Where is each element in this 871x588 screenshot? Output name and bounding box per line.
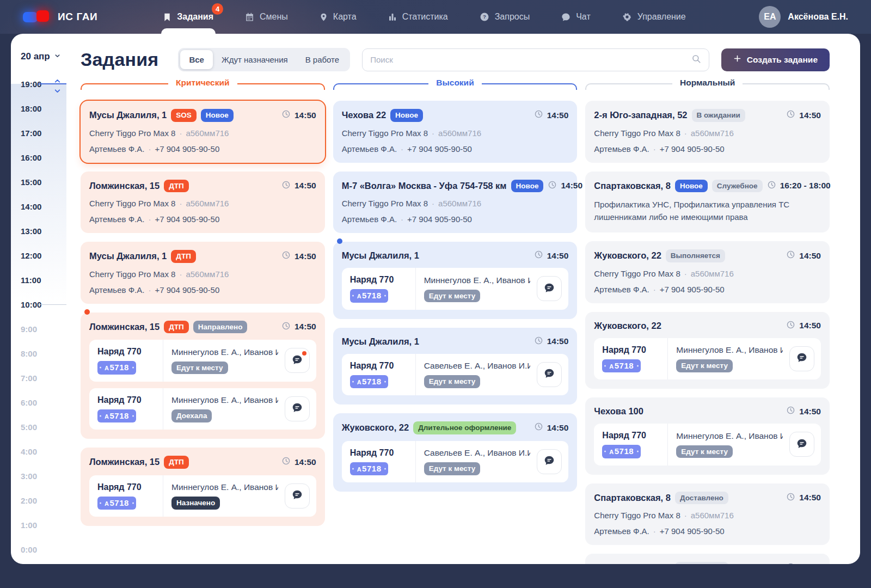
plate-letter: А bbox=[105, 365, 109, 371]
plate-number: 5718 bbox=[362, 464, 381, 473]
time-value: 14:50 bbox=[799, 564, 821, 564]
vehicle-plate: а560мм716 bbox=[186, 270, 229, 279]
time-tick: 1:00 bbox=[11, 513, 66, 537]
card-description: Профилактика УНС, Профилактика управлени… bbox=[594, 199, 821, 223]
task-card[interactable]: Мусы Джалиля, 1ДТП14:50Cherry Tiggo Pro … bbox=[81, 242, 325, 304]
card-title: Жуковского, 22 bbox=[342, 422, 409, 433]
chat-button[interactable] bbox=[285, 348, 310, 373]
card-title: Жуковского, 22 bbox=[594, 250, 661, 261]
task-card[interactable]: Мусы Джалиля, 114:50Наряд 770А5718Савель… bbox=[333, 328, 578, 405]
page-header: ЗаданияВсеЖдут назначенияВ работеСоздать… bbox=[81, 48, 830, 71]
task-card[interactable]: Ломжинская, 15ДТП14:50Наряд 770А5718Минн… bbox=[81, 448, 325, 526]
bracket-line-left bbox=[585, 83, 672, 90]
task-card[interactable]: Жуковского, 2214:50Наряд 770А5718Миннегу… bbox=[585, 312, 830, 389]
crew-unit-name: Наряд 770 bbox=[97, 347, 157, 357]
card-title: Чехова 100 bbox=[594, 406, 643, 416]
filter-tab[interactable]: В работе bbox=[297, 50, 348, 69]
task-card[interactable]: 2-я Юго-западная, 52В ожидании14:50Cherr… bbox=[585, 101, 830, 163]
plate-number: 5718 bbox=[109, 363, 128, 372]
chat-button[interactable] bbox=[285, 483, 310, 509]
task-card[interactable]: М-7 «Волга» Москва - Уфа 754-758 кмНовое… bbox=[333, 171, 578, 234]
plate-letter: А bbox=[357, 379, 361, 385]
vehicle-line: Cherry Tiggo Pro Max 8·а560мм716 bbox=[89, 270, 316, 279]
task-card[interactable]: Чехова 10014:50Наряд 770А5718Миннегулов … bbox=[585, 397, 830, 475]
task-board: КритическийМусы Джалиля, 1SOSНовое14:50C… bbox=[81, 83, 830, 564]
filter-tab[interactable]: Ждут назначения bbox=[213, 50, 297, 69]
time-tick: 12:00 bbox=[11, 243, 66, 268]
nav-item-gear[interactable]: Управление bbox=[622, 0, 686, 34]
task-card[interactable]: Жуковского, 22Длительное оформление14:50… bbox=[333, 413, 578, 492]
card-header: Мусы Джалиля, 1ДТП14:50 bbox=[89, 250, 316, 263]
person-line: Артемьев Ф.А.·+7 904 905-90-50 bbox=[89, 285, 316, 295]
card-title: Мусы Джалиля, 1 bbox=[89, 110, 167, 120]
task-card[interactable]: Жуковского, 22Выполняется14:50Cherry Tig… bbox=[585, 241, 830, 303]
phone-number: +7 904 905-90-50 bbox=[155, 285, 219, 295]
time-tick: 0:00 bbox=[11, 537, 66, 562]
date-selector[interactable]: 20 апр bbox=[11, 51, 66, 62]
avatar: ЕА bbox=[759, 6, 781, 28]
svg-text:?: ? bbox=[483, 14, 486, 20]
time-tick: 16:00 bbox=[11, 145, 66, 170]
nav-item-pin[interactable]: Карта bbox=[320, 0, 357, 34]
chat-button[interactable] bbox=[537, 276, 562, 301]
time-tick: 8:00 bbox=[11, 341, 66, 366]
task-card[interactable]: Ломжинская, 15ДТПНаправлено14:50Наряд 77… bbox=[81, 313, 325, 439]
task-card[interactable]: Спартаковская, 8НовоеСлужебное16:20 - 18… bbox=[585, 171, 830, 233]
crew-members: Миннегулов Е. А., Иванов И.И. bbox=[676, 431, 783, 441]
clock-icon bbox=[281, 321, 291, 333]
task-card[interactable]: Чехова 22Новое14:50Cherry Tiggo Pro Max … bbox=[333, 101, 578, 163]
card-time: 14:50 bbox=[534, 250, 569, 261]
user-menu[interactable]: ЕААксёнова Е.Н. bbox=[759, 6, 848, 28]
nav-item-bookmark[interactable]: Задания4 bbox=[163, 0, 213, 34]
crew-unit-name: Наряд 770 bbox=[97, 482, 157, 492]
nav-item-label: Запросы bbox=[495, 12, 530, 22]
page-title: Задания bbox=[81, 49, 158, 70]
chat-button[interactable] bbox=[537, 362, 562, 387]
search-input[interactable] bbox=[370, 55, 686, 64]
status-badge: SOS bbox=[171, 109, 197, 122]
active-tab-indicator bbox=[161, 28, 216, 34]
vehicle-name: Cherry Tiggo Pro Max 8 bbox=[594, 128, 680, 138]
chat-button[interactable] bbox=[285, 396, 310, 421]
bracket-line-left bbox=[333, 83, 429, 90]
nav-item-calendar[interactable]: Смены bbox=[245, 0, 288, 34]
vehicle-line: Cherry Tiggo Pro Max 8·а560мм716 bbox=[342, 199, 569, 208]
license-plate-badge: А5718 bbox=[97, 409, 136, 423]
card-list: Чехова 22Новое14:50Cherry Tiggo Pro Max … bbox=[333, 101, 578, 492]
chat-bubble-icon bbox=[543, 282, 555, 296]
license-plate-badge: А5718 bbox=[602, 445, 641, 458]
phone-number: +7 904 905-90-50 bbox=[660, 144, 725, 154]
vehicle-plate: а560мм716 bbox=[691, 128, 734, 138]
chat-button[interactable] bbox=[789, 346, 814, 371]
timeline-sidebar: 20 апр19:0018:0017:0016:0015:0014:0013:0… bbox=[11, 34, 66, 564]
task-card[interactable]: Мусы Джалиля, 114:50Наряд 770А5718Миннег… bbox=[333, 242, 578, 319]
crew-unit-cell: Наряд 770А5718 bbox=[594, 424, 668, 465]
task-card[interactable]: Ломжинская, 15ДТП14:50Cherry Tiggo Pro M… bbox=[81, 171, 325, 234]
license-plate-badge: А5718 bbox=[97, 497, 136, 510]
nav-item-question[interactable]: ?Запросы bbox=[480, 0, 530, 34]
chat-button[interactable] bbox=[537, 449, 562, 474]
crew-unit-name: Наряд 770 bbox=[602, 431, 662, 440]
task-card[interactable]: Спартаковская, 8Доставлено14:50Cherry Ti… bbox=[585, 483, 830, 546]
task-card[interactable]: Мусы Джалиля, 1SOSНовое14:50Cherry Tiggo… bbox=[81, 101, 325, 163]
task-card[interactable]: Спартаковская, 8Доставлено14:50Cherry Ti… bbox=[585, 554, 830, 564]
card-title: Ломжинская, 15 bbox=[89, 322, 160, 332]
filter-tab[interactable]: Все bbox=[180, 50, 213, 69]
person-name: Артемьев Ф.А. bbox=[342, 215, 397, 224]
status-badge: ДТП bbox=[164, 180, 189, 193]
chat-button[interactable] bbox=[789, 432, 814, 457]
nav-item-chart[interactable]: Статистика bbox=[388, 0, 448, 34]
chat-bubble-icon bbox=[291, 489, 303, 503]
clock-icon bbox=[786, 250, 795, 261]
create-task-button[interactable]: Создать задание bbox=[721, 48, 830, 71]
nav-item-chat[interactable]: Чат bbox=[561, 0, 591, 34]
person-name: Артемьев Ф.А. bbox=[594, 285, 649, 294]
gear-icon bbox=[622, 12, 632, 22]
range-drag-handle[interactable] bbox=[54, 76, 61, 96]
phone-number: +7 904 905-90-50 bbox=[660, 526, 725, 536]
card-time: 14:50 bbox=[786, 492, 821, 504]
card-header: Чехова 10014:50 bbox=[594, 406, 821, 417]
plate-letter: А bbox=[105, 500, 109, 507]
crew-row: Наряд 770А5718Миннегулов Е. А., Иванов И… bbox=[594, 338, 821, 380]
nav-item-label: Управление bbox=[637, 12, 686, 22]
